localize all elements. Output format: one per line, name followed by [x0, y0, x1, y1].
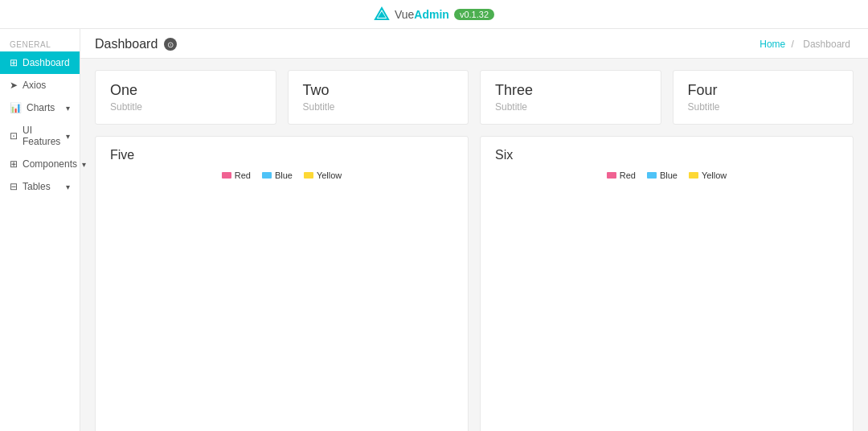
legend-item-blue: Blue — [647, 170, 678, 180]
stat-card-title: Three — [495, 82, 646, 99]
stat-card-subtitle: Subtitle — [303, 101, 454, 113]
donut-chart-five — [110, 187, 453, 431]
legend-label-yellow: Yellow — [317, 170, 342, 180]
legend-label-red: Red — [235, 170, 251, 180]
chart-legend-five: Red Blue Yellow — [110, 170, 453, 180]
chart-legend-six: Red Blue Yellow — [495, 170, 838, 180]
topbar: VueAdmin v0.1.32 — [0, 0, 868, 29]
sidebar-item-label: UI Features — [23, 125, 61, 147]
stat-card-subtitle: Subtitle — [110, 101, 261, 113]
page-title: Dashboard ⊙ — [95, 37, 177, 51]
legend-item-yellow: Yellow — [689, 170, 727, 180]
stats-cards-row: One Subtitle Two Subtitle Three Subtitle… — [80, 59, 868, 136]
legend-dot-red — [607, 172, 616, 179]
sidebar-item-ui-features[interactable]: ⊡ UI Features ▾ — [0, 119, 80, 153]
main-content: Dashboard ⊙ Home / Dashboard One Subtitl… — [80, 29, 868, 431]
charts-row: Five Red Blue Yellow — [80, 136, 868, 431]
legend-dot-blue — [647, 172, 657, 179]
pie-chart-six — [495, 187, 838, 431]
page-header: Dashboard ⊙ Home / Dashboard — [80, 29, 868, 59]
chevron-down-icon: ▾ — [66, 104, 70, 113]
chart-title-six: Six — [495, 148, 838, 162]
sidebar-section-label: GENERAL — [0, 35, 80, 51]
legend-label-red: Red — [620, 170, 636, 180]
legend-dot-blue — [262, 172, 272, 179]
topbar-logo: VueAdmin v0.1.32 — [374, 6, 494, 23]
breadcrumb-current: Dashboard — [803, 39, 850, 50]
chevron-down-icon: ▾ — [66, 183, 70, 191]
sidebar-item-label: Tables — [23, 181, 51, 192]
dashboard-icon: ⊞ — [10, 57, 18, 68]
chart-title-five: Five — [110, 148, 453, 162]
sidebar-item-charts[interactable]: 📊 Charts ▾ — [0, 96, 80, 119]
chart-card-six: Six Red Blue Yellow — [480, 136, 854, 431]
sidebar-item-tables[interactable]: ⊟ Tables ▾ — [0, 175, 80, 198]
sidebar-item-axios[interactable]: ➤ Axios — [0, 74, 80, 96]
legend-item-yellow: Yellow — [304, 170, 342, 180]
stat-card-two: Two Subtitle — [288, 70, 469, 125]
charts-icon: 📊 — [10, 102, 22, 113]
breadcrumb-home[interactable]: Home — [760, 39, 785, 50]
stat-card-one: One Subtitle — [95, 70, 276, 125]
legend-dot-red — [222, 172, 231, 179]
legend-item-blue: Blue — [262, 170, 293, 180]
app-layout: GENERAL ⊞ Dashboard ➤ Axios 📊 Charts ▾ ⊡… — [0, 29, 868, 431]
topbar-logo-text: VueAdmin — [395, 8, 449, 21]
breadcrumb-separator: / — [792, 39, 797, 50]
tables-icon: ⊟ — [10, 181, 18, 192]
sidebar-item-label: Components — [23, 158, 77, 170]
stat-card-three: Three Subtitle — [480, 70, 661, 125]
sidebar: GENERAL ⊞ Dashboard ➤ Axios 📊 Charts ▾ ⊡… — [0, 29, 80, 431]
stat-card-title: One — [110, 82, 261, 99]
sidebar-item-components[interactable]: ⊞ Components ▾ — [0, 153, 80, 175]
axios-icon: ➤ — [10, 80, 18, 91]
stat-card-title: Four — [688, 82, 839, 99]
legend-item-red: Red — [222, 170, 251, 180]
vue-admin-logo-icon — [374, 6, 390, 23]
github-icon: ⊙ — [164, 38, 177, 51]
components-icon: ⊞ — [10, 158, 18, 170]
legend-label-blue: Blue — [275, 170, 293, 180]
legend-item-red: Red — [607, 170, 636, 180]
stat-card-four: Four Subtitle — [673, 70, 854, 125]
chart-card-five: Five Red Blue Yellow — [95, 136, 469, 431]
sidebar-item-label: Charts — [27, 102, 55, 113]
stat-card-title: Two — [303, 82, 454, 99]
legend-dot-yellow — [689, 172, 698, 179]
legend-label-blue: Blue — [660, 170, 678, 180]
legend-dot-yellow — [304, 172, 313, 179]
chevron-down-icon: ▾ — [82, 160, 86, 169]
version-badge: v0.1.32 — [454, 9, 494, 20]
stat-card-subtitle: Subtitle — [688, 101, 839, 113]
chevron-down-icon: ▾ — [66, 132, 70, 141]
sidebar-item-label: Axios — [23, 80, 46, 91]
legend-label-yellow: Yellow — [702, 170, 727, 180]
ui-features-icon: ⊡ — [10, 130, 18, 142]
sidebar-item-dashboard[interactable]: ⊞ Dashboard — [0, 51, 80, 74]
stat-card-subtitle: Subtitle — [495, 101, 646, 113]
breadcrumb: Home / Dashboard — [760, 39, 854, 50]
sidebar-item-label: Dashboard — [23, 57, 70, 68]
